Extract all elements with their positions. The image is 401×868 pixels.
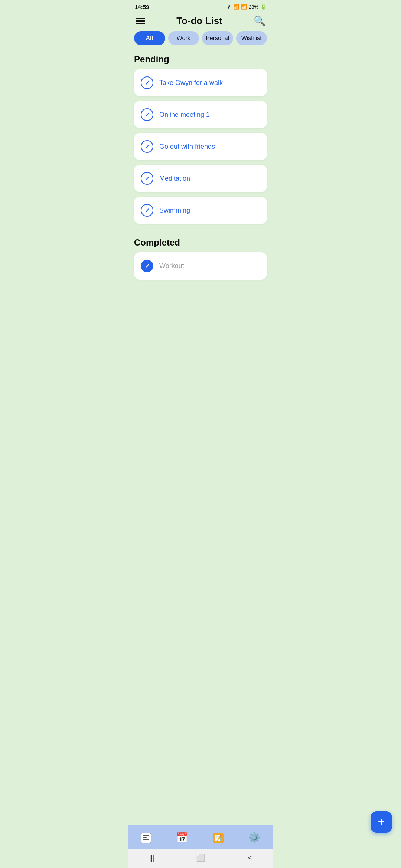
pending-title: Pending — [128, 51, 273, 69]
list-item: ✓ Take Gwyn for a walk — [134, 69, 267, 96]
page-title: To-do List — [176, 15, 222, 27]
filter-tab-all[interactable]: All — [134, 31, 165, 45]
status-time: 14:59 — [135, 4, 149, 10]
status-icons: 🎙 📶 📶 28% 🔋 — [226, 4, 266, 10]
task-checkbox[interactable]: ✓ — [141, 108, 153, 121]
filter-tab-work[interactable]: Work — [168, 31, 199, 45]
task-label: Online meeting 1 — [159, 111, 210, 119]
check-icon: ✓ — [145, 263, 150, 270]
battery-icon: 🔋 — [260, 4, 266, 10]
filter-tab-wishlist[interactable]: Wishlist — [236, 31, 267, 45]
task-label: Take Gwyn for a walk — [159, 79, 223, 87]
battery-text: 28% — [249, 4, 258, 10]
list-item: ✓ Meditation — [134, 165, 267, 192]
task-label: Meditation — [159, 175, 190, 183]
filter-tab-personal[interactable]: Personal — [202, 31, 233, 45]
check-icon: ✓ — [145, 207, 150, 214]
filter-tabs: All Work Personal Wishlist — [128, 31, 273, 51]
completed-task-list: ✓ Workout — [128, 252, 273, 280]
pending-task-list: ✓ Take Gwyn for a walk ✓ Online meeting … — [128, 69, 273, 224]
list-item: ✓ Workout — [134, 252, 267, 280]
task-checkbox[interactable]: ✓ — [141, 172, 153, 185]
task-label: Swimming — [159, 207, 190, 214]
completed-section: Completed ✓ Workout — [128, 234, 273, 317]
header: To-do List 🔍 — [128, 12, 273, 31]
signal-icon: 📶 — [241, 4, 247, 10]
check-icon: ✓ — [145, 175, 150, 182]
completed-title: Completed — [128, 234, 273, 252]
wifi-icon: 📶 — [233, 4, 239, 10]
list-item: ✓ Online meeting 1 — [134, 101, 267, 128]
check-icon: ✓ — [145, 143, 150, 150]
mic-icon: 🎙 — [226, 4, 231, 10]
check-icon: ✓ — [145, 79, 150, 86]
task-label-completed: Workout — [159, 262, 184, 270]
search-button[interactable]: 🔍 — [254, 15, 265, 27]
status-bar: 14:59 🎙 📶 📶 28% 🔋 — [128, 0, 273, 12]
list-item: ✓ Go out with friends — [134, 133, 267, 160]
menu-button[interactable] — [136, 18, 145, 24]
task-checkbox[interactable]: ✓ — [141, 204, 153, 217]
task-checkbox[interactable]: ✓ — [141, 140, 153, 153]
check-icon: ✓ — [145, 111, 150, 118]
task-checkbox[interactable]: ✓ — [141, 76, 153, 89]
list-item: ✓ Swimming — [134, 197, 267, 224]
task-checkbox-completed[interactable]: ✓ — [141, 260, 153, 272]
pending-section: Pending ✓ Take Gwyn for a walk ✓ Online … — [128, 51, 273, 227]
task-label: Go out with friends — [159, 143, 215, 151]
